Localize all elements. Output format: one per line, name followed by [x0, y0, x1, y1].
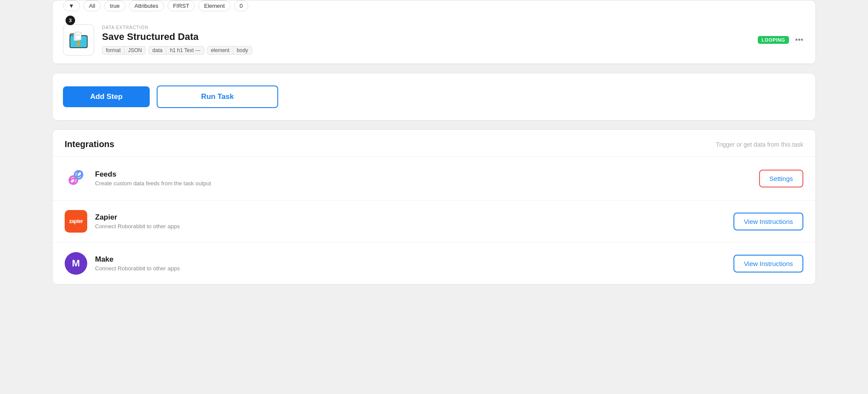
tag-data: data h1 h1 Text ---: [148, 46, 204, 55]
feeds-desc: Create custom data feeds from the task o…: [95, 180, 751, 187]
step-3-title: Save Structured Data: [102, 31, 750, 43]
make-integration-row: M Make Connect Roborabbit to other apps …: [53, 243, 815, 284]
tag-first: FIRST: [168, 0, 195, 11]
tag-true: true: [104, 0, 125, 11]
step-3-more-button[interactable]: •••: [793, 34, 805, 46]
feeds-icon: [65, 166, 87, 190]
dropdown-pill[interactable]: ▼: [63, 0, 80, 11]
step-3-row: 3 DATA EXTRA: [53, 16, 815, 64]
zapier-logo-text: zapier: [69, 218, 83, 224]
step-3-icon: [63, 24, 94, 56]
integrations-header: Integrations Trigger or get data from th…: [53, 130, 815, 157]
zapier-view-instructions-button[interactable]: View Instructions: [733, 213, 803, 230]
tag-all: All: [83, 0, 101, 11]
tag-element: element body: [207, 46, 252, 55]
feeds-info: Feeds Create custom data feeds from the …: [95, 170, 751, 187]
make-view-instructions-button[interactable]: View Instructions: [733, 255, 803, 273]
step-3-type: DATA EXTRACTION: [102, 25, 750, 30]
zapier-integration-row: zapier Zapier Connect Roborabbit to othe…: [53, 200, 815, 243]
add-step-button[interactable]: Add Step: [63, 86, 150, 107]
integrations-title: Integrations: [65, 139, 114, 149]
dropdown-arrow: ▼: [69, 3, 74, 9]
tag-zero: 0: [234, 0, 248, 11]
zapier-icon: zapier: [65, 210, 87, 233]
step-badge-3: 3: [66, 16, 75, 25]
feeds-name: Feeds: [95, 170, 751, 179]
make-name: Make: [95, 255, 726, 264]
feeds-settings-button[interactable]: Settings: [759, 170, 803, 187]
zapier-info: Zapier Connect Roborabbit to other apps: [95, 213, 726, 230]
svg-rect-2: [75, 32, 81, 40]
make-desc: Connect Roborabbit to other apps: [95, 265, 726, 272]
step-3-tags: format JSON data h1 h1 Text --- element …: [102, 46, 750, 55]
run-task-button[interactable]: Run Task: [157, 85, 278, 108]
zapier-desc: Connect Roborabbit to other apps: [95, 223, 726, 230]
step-3-content: DATA EXTRACTION Save Structured Data for…: [102, 25, 750, 55]
make-info: Make Connect Roborabbit to other apps: [95, 255, 726, 272]
tag-element: Element: [198, 0, 230, 11]
make-icon: M: [65, 252, 87, 275]
integrations-card: Integrations Trigger or get data from th…: [52, 129, 816, 285]
feeds-integration-row: Feeds Create custom data feeds from the …: [53, 157, 815, 200]
step-3-meta: LOOPING •••: [758, 34, 805, 46]
zapier-name: Zapier: [95, 213, 726, 222]
action-row: Add Step Run Task: [52, 73, 816, 121]
tag-attributes: Attributes: [129, 0, 164, 11]
make-logo-text: M: [72, 258, 80, 269]
tag-format: format JSON: [102, 46, 146, 55]
looping-badge: LOOPING: [758, 36, 789, 44]
integrations-subtitle: Trigger or get data from this task: [716, 141, 803, 148]
